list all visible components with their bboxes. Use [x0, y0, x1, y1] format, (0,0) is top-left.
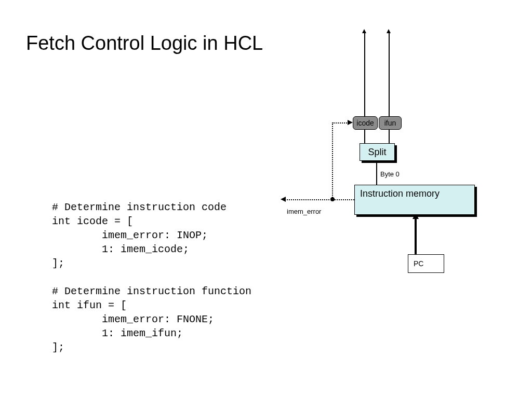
ifun-out-arrow-icon — [387, 29, 391, 33]
icode-out-arrow-icon — [362, 29, 366, 33]
imem-error-left-arrow-icon — [281, 197, 286, 202]
split-to-icode-line — [364, 130, 365, 143]
page-title: Fetch Control Logic in HCL — [26, 32, 263, 54]
pc-label: PC — [414, 259, 423, 268]
ifun-label: ifun — [384, 119, 396, 127]
imem-error-top-hline — [332, 122, 349, 123]
instruction-memory-box: Instruction memory — [354, 185, 475, 215]
icode-pill: icode — [353, 116, 378, 130]
ifun-pill: ifun — [379, 116, 402, 130]
imem-error-right-arrow-icon — [348, 120, 353, 125]
byte0-label: Byte 0 — [380, 170, 400, 178]
split-label: Split — [368, 147, 386, 158]
ifun-out-line — [389, 33, 390, 116]
imem-error-vline — [332, 122, 333, 199]
split-box: Split — [360, 143, 395, 161]
icode-label: icode — [356, 119, 374, 127]
imem-error-label: imem_error — [287, 208, 321, 215]
im-to-split-line — [376, 161, 377, 185]
fetch-diagram: PC Instruction memory Byte 0 Split icode… — [281, 26, 499, 285]
pc-to-im-line — [415, 215, 417, 254]
instruction-memory-label: Instruction memory — [360, 188, 440, 199]
imem-error-hline — [285, 199, 354, 200]
hcl-code-block: # Determine instruction code int icode =… — [52, 200, 251, 354]
split-to-ifun-line — [389, 130, 390, 143]
icode-out-line — [364, 33, 365, 116]
pc-box: PC — [408, 254, 444, 273]
